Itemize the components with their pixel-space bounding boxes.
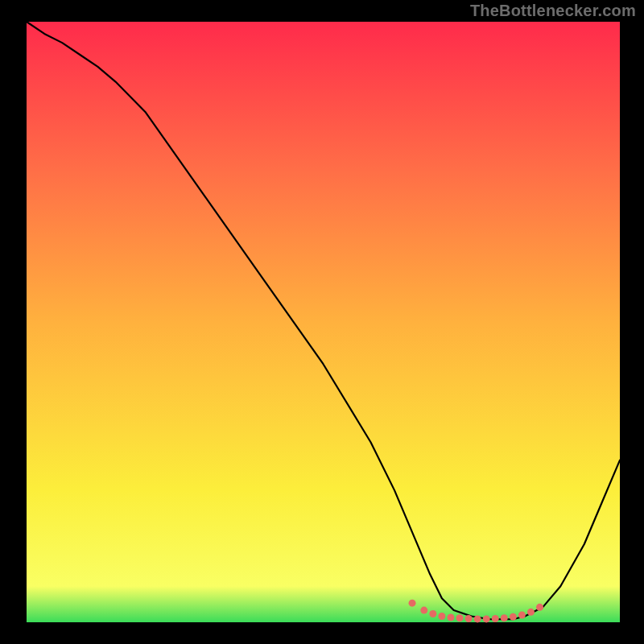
- highlight-dot: [527, 609, 535, 616]
- highlight-dot: [465, 615, 473, 622]
- highlight-dot: [501, 614, 508, 621]
- highlight-dot: [483, 615, 490, 622]
- highlight-dot: [510, 613, 517, 621]
- highlight-dot: [518, 612, 526, 619]
- highlight-dot: [492, 615, 499, 622]
- bottleneck-chart: [0, 0, 644, 644]
- highlight-dot: [429, 610, 436, 617]
- highlight-dot: [474, 615, 481, 622]
- highlight-dot: [409, 600, 416, 607]
- highlight-dot: [447, 614, 454, 621]
- highlight-dot: [456, 614, 464, 621]
- highlight-dot: [438, 613, 445, 620]
- attribution-label: TheBottlenecker.com: [470, 2, 636, 20]
- gradient-background: [27, 22, 620, 622]
- chart-frame: TheBottlenecker.com: [0, 0, 644, 644]
- highlight-dot: [536, 604, 543, 611]
- highlight-dot: [420, 607, 427, 614]
